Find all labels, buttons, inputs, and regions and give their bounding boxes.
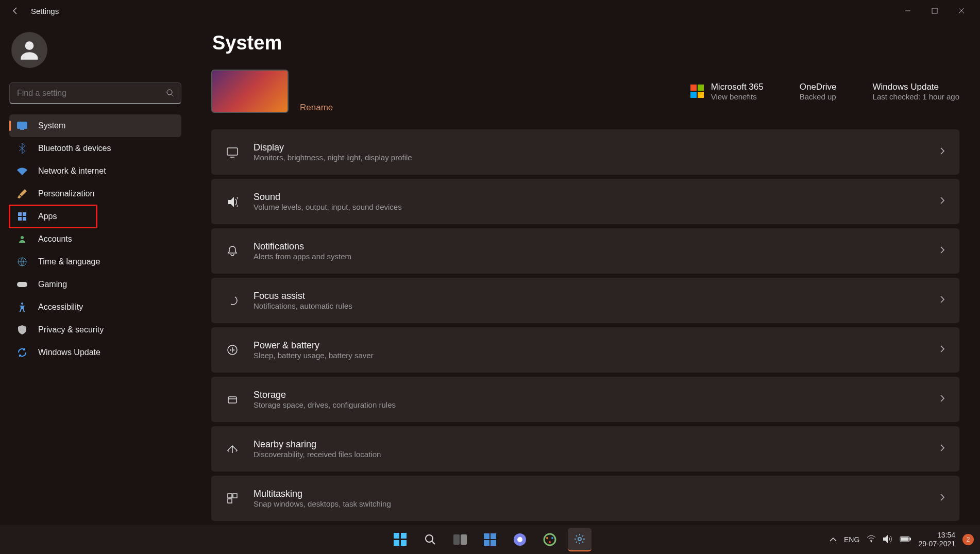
widgets-icon[interactable]	[478, 528, 502, 551]
setting-sub: Snap windows, desktops, task switching	[254, 499, 391, 508]
svg-rect-7	[18, 217, 22, 221]
nav-network[interactable]: Network & internet	[9, 160, 181, 182]
setting-title: Nearby sharing	[254, 439, 381, 450]
svg-point-31	[517, 537, 522, 542]
nav-accounts[interactable]: Accounts	[9, 228, 181, 250]
svg-rect-26	[484, 533, 489, 539]
nav-label: Gaming	[38, 280, 67, 289]
volume-icon[interactable]	[883, 535, 892, 545]
person-icon	[16, 233, 28, 245]
svg-point-2	[167, 90, 172, 95]
globe-icon	[16, 256, 28, 267]
nav-system[interactable]: System	[9, 114, 181, 137]
svg-rect-25	[461, 534, 467, 545]
task-view-icon[interactable]	[448, 528, 472, 551]
battery-icon[interactable]	[900, 535, 911, 544]
ms365-block[interactable]: Microsoft 365View benefits	[690, 82, 764, 101]
svg-point-37	[871, 541, 872, 542]
nav-label: Apps	[38, 212, 57, 221]
nav-update[interactable]: Windows Update	[9, 341, 181, 364]
svg-rect-27	[491, 533, 496, 539]
svg-rect-6	[23, 212, 26, 216]
system-icon	[16, 120, 28, 131]
setting-nearby-sharing[interactable]: Nearby sharingDiscoverability, received …	[211, 426, 959, 472]
setting-notifications[interactable]: NotificationsAlerts from apps and system	[211, 228, 959, 274]
svg-point-34	[551, 537, 553, 539]
svg-point-32	[544, 534, 555, 545]
notification-badge[interactable]: 2	[962, 534, 974, 545]
paint-icon[interactable]	[538, 528, 562, 551]
device-thumbnail[interactable]	[211, 70, 289, 113]
setting-sub: Monitors, brightness, night light, displ…	[254, 153, 412, 162]
taskbar-search-icon[interactable]	[418, 528, 442, 551]
setting-storage[interactable]: StorageStorage space, drives, configurat…	[211, 377, 959, 422]
onedrive-block[interactable]: OneDriveBacked up	[800, 82, 837, 101]
setting-sub: Alerts from apps and system	[254, 252, 351, 261]
start-button[interactable]	[388, 528, 412, 551]
apps-icon	[16, 211, 28, 222]
setting-title: Storage	[254, 390, 396, 400]
back-button[interactable]	[5, 1, 26, 21]
setting-sub: Storage space, drives, configuration rul…	[254, 400, 396, 409]
nav-label: System	[38, 121, 65, 130]
onedrive-title: OneDrive	[800, 82, 837, 92]
winupdate-block[interactable]: Windows UpdateLast checked: 1 hour ago	[873, 82, 959, 101]
nav-label: Accessibility	[38, 303, 83, 312]
minimize-button[interactable]	[894, 1, 921, 21]
winupdate-title: Windows Update	[873, 82, 959, 92]
svg-point-1	[25, 41, 34, 50]
svg-rect-15	[228, 397, 236, 403]
setting-icon	[226, 492, 239, 505]
settings-list: DisplayMonitors, brightness, night light…	[211, 129, 959, 521]
nav-label: Bluetooth & devices	[38, 144, 111, 153]
rename-link[interactable]: Rename	[300, 103, 333, 113]
setting-sound[interactable]: SoundVolume levels, output, input, sound…	[211, 179, 959, 224]
tray-language[interactable]: ENG	[844, 535, 859, 544]
tray-expand-icon[interactable]	[830, 535, 837, 544]
setting-icon	[226, 294, 239, 307]
nav-bluetooth[interactable]: Bluetooth & devices	[9, 137, 181, 160]
chevron-right-icon	[940, 295, 945, 306]
setting-sub: Sleep, battery usage, battery saver	[254, 351, 374, 360]
setting-title: Focus assist	[254, 291, 352, 301]
teams-icon[interactable]	[508, 528, 532, 551]
info-row: Rename Microsoft 365View benefits OneDri…	[211, 70, 959, 113]
nav-label: Windows Update	[38, 348, 100, 357]
user-avatar[interactable]	[11, 32, 47, 68]
setting-power-battery[interactable]: Power & batterySleep, battery usage, bat…	[211, 327, 959, 373]
accessibility-icon	[16, 301, 28, 313]
onedrive-sub: Backed up	[800, 92, 837, 101]
search-input[interactable]	[9, 82, 181, 104]
nav-accessibility[interactable]: Accessibility	[9, 296, 181, 318]
setting-display[interactable]: DisplayMonitors, brightness, night light…	[211, 129, 959, 175]
settings-taskbar-icon[interactable]	[568, 528, 592, 551]
maximize-button[interactable]	[921, 1, 948, 21]
nav-personalization[interactable]: Personalization	[9, 182, 181, 205]
nav-time[interactable]: Time & language	[9, 250, 181, 273]
chevron-right-icon	[940, 246, 945, 256]
svg-rect-3	[17, 122, 27, 129]
setting-multitasking[interactable]: MultitaskingSnap windows, desktops, task…	[211, 476, 959, 521]
setting-sub: Volume levels, output, input, sound devi…	[254, 203, 402, 211]
nav-gaming[interactable]: Gaming	[9, 273, 181, 296]
svg-rect-28	[484, 540, 489, 546]
svg-rect-18	[228, 499, 232, 503]
nav-apps[interactable]: Apps	[9, 205, 97, 228]
svg-rect-16	[228, 494, 232, 498]
setting-focus-assist[interactable]: Focus assistNotifications, automatic rul…	[211, 278, 959, 323]
setting-sub: Discoverability, received files location	[254, 450, 381, 459]
svg-rect-4	[20, 129, 24, 130]
svg-rect-13	[227, 148, 238, 155]
search-box[interactable]	[9, 82, 181, 104]
network-icon	[16, 165, 28, 177]
svg-point-12	[21, 303, 23, 305]
nav-privacy[interactable]: Privacy & security	[9, 318, 181, 341]
setting-title: Power & battery	[254, 340, 374, 351]
chevron-right-icon	[940, 147, 945, 157]
shield-icon	[16, 324, 28, 335]
close-button[interactable]	[948, 1, 975, 21]
svg-rect-21	[394, 540, 399, 546]
setting-title: Multitasking	[254, 489, 391, 499]
tray-clock[interactable]: 13:54 29-07-2021	[918, 531, 955, 548]
wifi-icon[interactable]	[867, 535, 876, 544]
